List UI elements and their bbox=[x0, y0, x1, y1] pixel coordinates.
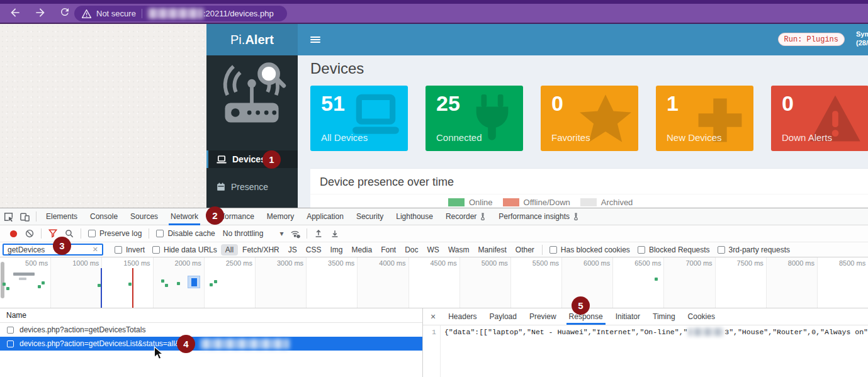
experiment-flask-icon bbox=[480, 213, 486, 220]
sidebar-item-devices[interactable]: Devices bbox=[206, 150, 298, 168]
import-har-icon[interactable] bbox=[310, 225, 327, 242]
clear-icon[interactable] bbox=[21, 225, 38, 242]
card-all-devices[interactable]: 51 All Devices bbox=[310, 86, 408, 151]
resource-type-filter[interactable]: JS bbox=[284, 244, 302, 256]
disable-cache-checkbox[interactable]: Disable cache bbox=[156, 229, 215, 238]
chevron-down-icon: ▾ bbox=[279, 229, 283, 238]
devtools-tab[interactable]: Lighthouse bbox=[390, 208, 439, 225]
separator bbox=[41, 228, 42, 239]
domcontentloaded-marker bbox=[101, 268, 102, 308]
filter-option-checkbox[interactable]: Has blocked cookies bbox=[550, 245, 630, 254]
hide-data-urls-checkbox[interactable]: Hide data URLs bbox=[152, 245, 217, 254]
devtools-tab[interactable]: Security bbox=[350, 208, 390, 225]
devtools-panel: Elements Console Sources bbox=[0, 208, 868, 377]
step-badge-3: 3 bbox=[53, 237, 71, 255]
export-har-icon[interactable] bbox=[327, 225, 343, 242]
back-icon[interactable] bbox=[9, 6, 23, 20]
details-tab[interactable]: Headers bbox=[442, 308, 483, 325]
separator bbox=[307, 228, 307, 239]
checkbox-icon[interactable] bbox=[7, 340, 14, 347]
card-connected[interactable]: 25 Connected bbox=[426, 86, 523, 151]
request-details-pane: × Headers Payload bbox=[423, 308, 868, 377]
devtools-tab[interactable]: Elements bbox=[40, 208, 84, 225]
details-tab[interactable]: Cookies bbox=[682, 308, 721, 325]
checkbox-icon[interactable] bbox=[152, 246, 160, 254]
request-row[interactable]: devices.php?action=getDevicesTotals bbox=[0, 323, 422, 337]
devtools-tab[interactable]: Application bbox=[300, 208, 350, 225]
resource-type-filter[interactable]: Font bbox=[376, 244, 400, 256]
name-column-header[interactable]: Name bbox=[0, 308, 422, 323]
separator bbox=[149, 228, 149, 239]
not-secure-icon bbox=[82, 9, 91, 18]
devtools-tabbar: Elements Console Sources bbox=[0, 208, 868, 225]
filter-option-checkbox[interactable]: Blocked Requests bbox=[638, 245, 710, 254]
resource-type-filter[interactable]: Img bbox=[325, 244, 347, 256]
legend-item[interactable]: Offline/Down bbox=[503, 198, 570, 207]
calendar-icon bbox=[217, 183, 225, 191]
network-overview-timeline[interactable]: 500 ms1000 ms1500 ms2000 ms2500 ms3000 m… bbox=[0, 257, 868, 308]
checkbox-icon[interactable] bbox=[115, 246, 122, 254]
network-conditions-icon[interactable] bbox=[287, 225, 303, 242]
browser-window: Not secure :20211/devices.php Pi.Alert R… bbox=[0, 0, 868, 377]
resource-type-filter[interactable]: Media bbox=[347, 244, 376, 256]
resource-type-filter[interactable]: WS bbox=[423, 244, 444, 256]
preserve-log-checkbox[interactable]: Preserve log bbox=[88, 229, 142, 238]
card-new-devices[interactable]: 1 New Devices bbox=[656, 86, 753, 151]
sidebar-item-presence[interactable]: Presence bbox=[206, 178, 298, 196]
devtools-tab[interactable]: Memory bbox=[261, 208, 300, 225]
mouse-cursor bbox=[154, 346, 164, 363]
details-tab[interactable]: Preview bbox=[523, 308, 563, 325]
resource-type-filter[interactable]: Other bbox=[511, 244, 539, 256]
filter-option-checkbox[interactable]: 3rd-party requests bbox=[718, 245, 790, 254]
step-badge-4: 4 bbox=[177, 335, 195, 353]
separator bbox=[542, 245, 543, 255]
checkbox-icon[interactable] bbox=[638, 246, 645, 254]
devtools-tab[interactable]: Recorder bbox=[439, 208, 492, 225]
card-favorites[interactable]: 0 Favorites bbox=[541, 86, 638, 151]
devtools-tab[interactable]: Performance insights bbox=[492, 208, 585, 225]
url-divider bbox=[142, 9, 142, 18]
checkbox-icon[interactable] bbox=[550, 246, 557, 254]
forward-icon[interactable] bbox=[34, 6, 48, 20]
response-viewer[interactable]: 1 {"data":[["laptop","Net - Huawei","Int… bbox=[423, 325, 868, 377]
checkbox-icon[interactable] bbox=[156, 230, 164, 237]
overview-handle[interactable] bbox=[1, 262, 4, 298]
response-content: {"data":[["laptop","Net - Huawei","Inter… bbox=[441, 325, 868, 377]
checkbox-icon[interactable] bbox=[718, 246, 725, 254]
address-bar[interactable]: Not secure :20211/devices.php bbox=[74, 6, 287, 21]
devtools-tab[interactable]: Console bbox=[84, 208, 124, 225]
separator bbox=[36, 211, 37, 222]
details-tab[interactable]: Initiator bbox=[609, 308, 646, 325]
reload-icon[interactable] bbox=[59, 6, 73, 20]
invert-checkbox[interactable]: Invert bbox=[115, 245, 145, 254]
legend-item[interactable]: Online bbox=[448, 198, 493, 207]
resource-type-filter[interactable]: All bbox=[221, 244, 238, 256]
legend-item[interactable]: Archived bbox=[580, 198, 633, 207]
checkbox-icon[interactable] bbox=[7, 327, 14, 334]
card-down-alerts[interactable]: 0 Down Alerts bbox=[771, 86, 868, 151]
close-icon[interactable]: × bbox=[423, 308, 442, 325]
resource-type-filter[interactable]: Manifest bbox=[473, 244, 510, 256]
details-tabbar: × Headers Payload bbox=[423, 308, 868, 325]
devtools-tab[interactable]: Network bbox=[164, 208, 205, 225]
record-icon[interactable] bbox=[5, 225, 21, 242]
app-logo[interactable]: Pi.Alert bbox=[206, 24, 298, 55]
page-title: Devices bbox=[310, 60, 868, 77]
checkbox-icon[interactable] bbox=[88, 230, 96, 237]
resource-type-filter[interactable]: CSS bbox=[302, 244, 326, 256]
details-tab[interactable]: Timing bbox=[646, 308, 682, 325]
run-plugins-button[interactable]: Run: Plugins bbox=[778, 33, 845, 46]
browser-toolbar: Not secure :20211/devices.php bbox=[0, 0, 868, 24]
resource-type-filter[interactable]: Doc bbox=[400, 244, 422, 256]
throttling-dropdown[interactable]: No throttling ▾ bbox=[223, 229, 284, 238]
pialert-app: Pi.Alert Run: Plugins Sym (28/ bbox=[206, 24, 868, 208]
inspect-element-icon[interactable] bbox=[0, 208, 16, 225]
hamburger-menu-icon[interactable] bbox=[310, 35, 320, 44]
device-toolbar-icon[interactable] bbox=[16, 208, 33, 225]
details-tab[interactable]: Payload bbox=[483, 308, 523, 325]
clear-filter-icon[interactable]: ✕ bbox=[93, 245, 98, 254]
resource-type-filter[interactable]: Wasm bbox=[444, 244, 474, 256]
devtools-tab[interactable]: Sources bbox=[124, 208, 164, 225]
page-background bbox=[0, 24, 206, 208]
resource-type-filter[interactable]: Fetch/XHR bbox=[238, 244, 284, 256]
